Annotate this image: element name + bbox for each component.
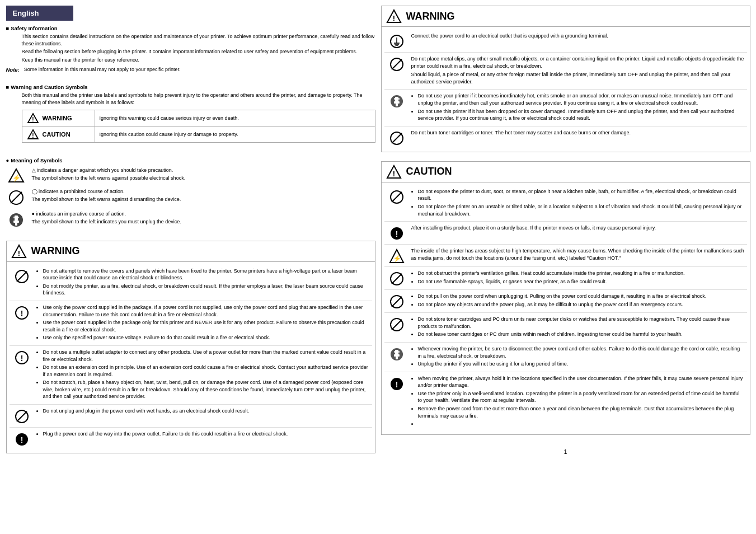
warning-box-right-body: Connect the power cord to an electrical … (382, 27, 750, 152)
warn-right-icon-prohibited-2 (387, 129, 407, 146)
svg-line-36 (392, 59, 402, 69)
warn-text-3: Do not use a multiple outlet adapter to … (36, 349, 370, 401)
svg-rect-60 (395, 350, 398, 354)
warning-desc-cell: Ignoring this warning could cause seriou… (95, 110, 375, 126)
meaning-unplug-svg (8, 212, 25, 228)
safety-para-2: Read the following section before pluggi… (22, 48, 375, 55)
caution-icon-3: ⚡ (387, 247, 407, 264)
svg-line-58 (392, 320, 402, 330)
caution-row-1: Do not expose the printer to dust, soot,… (384, 185, 747, 222)
svg-rect-38 (395, 97, 398, 101)
safety-information-body: This section contains detailed instructi… (22, 33, 375, 63)
warning-box-right-title: WARNING (406, 11, 455, 22)
caution-item-8-3 (418, 420, 745, 428)
left-column: English Safety Information This section … (6, 6, 375, 458)
meaning-prohibited-line2: The symbol shown to the left warns again… (32, 196, 181, 203)
warning-label: WARNING (43, 115, 72, 121)
meaning-icon-prohibited (6, 188, 26, 206)
warning-symbol-cell: ! WARNING (22, 110, 95, 126)
caution-item-7-1: Unplug the printer if you will not be us… (418, 360, 745, 368)
svg-text:!: ! (20, 309, 23, 318)
svg-text:!: ! (395, 380, 398, 389)
caution-text-2-p: After installing this product, place it … (411, 224, 745, 232)
warn-text-5: Plug the power cord all the way into the… (36, 430, 370, 439)
warning-right-header-icon: ! (386, 9, 402, 24)
caution-item-4-0: Do not obstruct the printer's ventilatio… (418, 270, 745, 277)
warn-right-text-1: Connect the power cord to an electrical … (411, 32, 745, 41)
warn-right-row-4: Do not burn toner cartridges or toner. T… (384, 127, 747, 149)
caution-text-4: Do not obstruct the printer's ventilatio… (411, 270, 745, 286)
note-line: Note: Some information in this manual ma… (6, 67, 375, 73)
warn-right-text-3: Do not use your printer if it becomes in… (411, 92, 745, 123)
caution-text-3: The inside of the printer has areas subj… (411, 247, 745, 263)
caution-text-7: Whenever moving the printer, be sure to … (411, 345, 745, 369)
svg-text:!: ! (17, 249, 20, 257)
caution-row-6: Do not store toner cartridges and PC dru… (384, 313, 747, 343)
svg-rect-11 (15, 216, 18, 221)
warn-item-2-2: Use only the specified power source volt… (43, 334, 370, 341)
warn-row-1: Do not attempt to remove the covers and … (10, 265, 372, 301)
caution-item-5-0: Do not pull on the power cord when unplu… (418, 293, 745, 300)
warning-box-left: ! WARNING Do not attempt to remove (6, 241, 375, 454)
symbol-table: ! WARNING Ignoring this warning could ca… (22, 110, 375, 143)
caution-box-title: CAUTION (406, 166, 452, 177)
warn-item-3-0: Do not use a multiple outlet adapter to … (43, 349, 370, 363)
warn-right-text-2-p1: Do not place metal clips, any other smal… (411, 55, 745, 69)
svg-text:!: ! (395, 229, 398, 238)
safety-para-1: This section contains detailed instructi… (22, 33, 375, 47)
warn-right-text-4: Do not burn toner cartridges or toner. T… (411, 129, 745, 138)
meaning-prohibited-line1: ◯ indicates a prohibited course of actio… (32, 188, 181, 195)
warn-right-text-1-p: Connect the power cord to an electrical … (411, 32, 745, 40)
warn-row-4: Do not unplug and plug in the power cord… (10, 405, 372, 428)
caution-item-1-0: Do not expose the printer to dust, soot,… (418, 188, 745, 202)
language-label: English (6, 6, 73, 21)
meaning-desc-triangle: △ indicates a danger against which you s… (32, 167, 186, 183)
caution-item-6-1: Do not leave toner cartridges or PC drum… (418, 331, 745, 338)
caution-box: ! CAUTION Do not expose the printe (381, 161, 750, 435)
svg-text:⚡: ⚡ (12, 174, 20, 182)
svg-line-25 (17, 411, 27, 421)
caution-row-8: ! When moving the printer, always hold i… (384, 372, 747, 432)
warn-item-2-1: Use the power cord supplied in the packa… (43, 319, 370, 333)
safety-information-title: Safety Information (6, 25, 375, 31)
table-row-warning: ! WARNING Ignoring this warning could ca… (22, 110, 375, 126)
caution-icon-7 (387, 345, 407, 362)
warn-row-5: ! Plug the power cord all the way into t… (10, 428, 372, 450)
meaning-triangle-svg: ⚡ (8, 168, 25, 184)
caution-row-5: Do not pull on the power cord when unplu… (384, 290, 747, 313)
caution-text-1: Do not expose the printer to dust, soot,… (411, 188, 745, 218)
warn-text-2: Use only the power cord supplied in the … (36, 304, 370, 343)
svg-line-56 (392, 297, 402, 307)
meaning-title: Meaning of Symbols (6, 157, 375, 163)
svg-rect-12 (13, 221, 19, 223)
caution-row-2: ! After installing this product, place i… (384, 222, 747, 245)
warning-box-left-body: Do not attempt to remove the covers and … (7, 262, 375, 453)
warn-right-row-1: Connect the power cord to an electrical … (384, 30, 747, 53)
svg-text:⚡: ⚡ (392, 254, 401, 263)
svg-text:!: ! (32, 116, 34, 123)
caution-item-6-0: Do not store toner cartridges and PC dru… (418, 316, 745, 330)
svg-line-9 (11, 192, 22, 203)
warn-right-row-3: Do not use your printer if it becomes in… (384, 90, 747, 126)
svg-text:!: ! (20, 354, 23, 363)
warn-icon-filled-excl: ! (12, 430, 32, 447)
svg-line-48 (392, 192, 402, 202)
meaning-icon-unplug (6, 210, 26, 228)
warn-right-text-2-p2: Should liquid, a piece of metal, or any … (411, 71, 745, 85)
meaning-unplug-line1: ● indicates an imperative course of acti… (32, 210, 181, 218)
caution-desc-cell: Ignoring this caution could cause injury… (95, 126, 375, 142)
caution-symbol-cell: ! CAUTION (22, 126, 95, 142)
svg-rect-40 (396, 104, 398, 106)
warn-right-text-4-p: Do not burn toner cartridges or toner. T… (411, 129, 745, 137)
meaning-row-unplug: ● indicates an imperative course of acti… (6, 210, 375, 228)
svg-rect-13 (15, 223, 17, 226)
meaning-icon-triangle: ⚡ (6, 167, 26, 184)
meaning-desc-unplug: ● indicates an imperative course of acti… (32, 210, 181, 227)
caution-triangle-icon: ! (27, 129, 39, 140)
caution-desc: Ignoring this caution could cause injury… (100, 132, 238, 137)
caution-item-1-1: Do not place the printer on an unstable … (418, 203, 745, 217)
warning-desc: Ignoring this warning could cause seriou… (100, 115, 239, 121)
caution-icon-6 (387, 316, 407, 332)
warn-icon-excl-2: ! (12, 349, 32, 366)
caution-row-4: Do not obstruct the printer's ventilatio… (384, 267, 747, 290)
